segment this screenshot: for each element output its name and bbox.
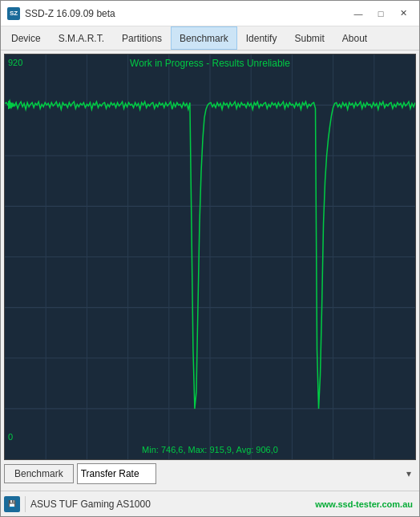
close-button[interactable]: ✕ [394, 6, 413, 21]
menu-item-submit[interactable]: Submit [285, 26, 333, 50]
svg-marker-16 [8, 101, 16, 110]
menu-item-about[interactable]: About [333, 26, 376, 50]
menu-item-partitions[interactable]: Partitions [113, 26, 171, 50]
chart-container: 920 Work in Progress - Results Unreliabl… [4, 54, 416, 460]
title-bar-left: SZ SSD-Z 16.09.09 beta [7, 7, 115, 20]
chart-header: Work in Progress - Results Unreliable [5, 55, 415, 72]
main-window: SZ SSD-Z 16.09.09 beta — □ ✕ Device S.M.… [0, 0, 420, 517]
menu-bar: Device S.M.A.R.T. Partitions Benchmark I… [1, 26, 419, 50]
menu-item-smart[interactable]: S.M.A.R.T. [50, 26, 113, 50]
transfer-rate-select[interactable]: Transfer Rate IOPS Latency [77, 463, 156, 484]
status-device-name: ASUS TUF Gaming AS1000 [30, 499, 310, 510]
status-divider [25, 496, 26, 512]
menu-item-identify[interactable]: Identify [237, 26, 286, 50]
chart-svg [5, 55, 415, 459]
minimize-button[interactable]: — [349, 6, 368, 21]
status-device-icon: 💾 [4, 496, 20, 512]
status-bar: 💾 ASUS TUF Gaming AS1000 www.ssd-tester.… [1, 491, 419, 516]
app-icon: SZ [7, 7, 20, 20]
bottom-controls: Benchmark Transfer Rate IOPS Latency [4, 460, 416, 487]
chart-stats: Min: 746,6, Max: 915,9, Avg: 906,0 [5, 443, 415, 456]
transfer-select-wrapper: Transfer Rate IOPS Latency [77, 463, 416, 484]
window-controls: — □ ✕ [349, 6, 413, 21]
window-title: SSD-Z 16.09.09 beta [25, 8, 115, 19]
benchmark-button[interactable]: Benchmark [4, 464, 74, 483]
maximize-button[interactable]: □ [371, 6, 390, 21]
status-url: www.ssd-tester.com.au [315, 499, 413, 509]
main-content: 920 Work in Progress - Results Unreliabl… [1, 50, 419, 491]
menu-item-device[interactable]: Device [2, 26, 50, 50]
menu-item-benchmark[interactable]: Benchmark [171, 26, 237, 50]
title-bar: SZ SSD-Z 16.09.09 beta — □ ✕ [1, 1, 419, 26]
